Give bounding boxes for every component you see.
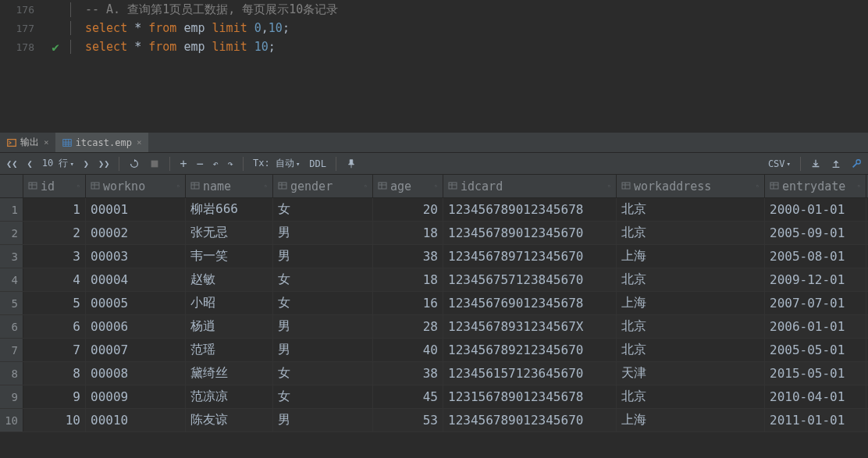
tab-output[interactable]: 输出 × <box>0 133 55 152</box>
cell-name[interactable]: 范瑶 <box>186 339 273 361</box>
cell-idcard[interactable]: 123456757123845670 <box>443 268 617 291</box>
table-row[interactable]: 7700007范瑶男40123456789212345670北京2005-05-… <box>0 339 868 362</box>
cell-workno[interactable]: 00002 <box>86 222 186 244</box>
delete-row-button[interactable]: − <box>194 155 207 172</box>
close-icon[interactable]: × <box>137 137 142 147</box>
cell-name[interactable]: 赵敏 <box>186 268 273 291</box>
cell-age[interactable]: 20 <box>373 198 443 221</box>
cell-age[interactable]: 28 <box>373 315 443 338</box>
cell-id[interactable]: 1 <box>23 198 86 221</box>
cell-workno[interactable]: 00004 <box>86 268 186 291</box>
code-content[interactable]: select * from emp limit 10; <box>70 40 276 54</box>
cell-idcard[interactable]: 123456789012345670 <box>443 409 617 431</box>
table-row[interactable]: 1100001柳岩666女20123456789012345678北京2000-… <box>0 198 868 222</box>
cell-idcard[interactable]: 123456157123645670 <box>443 362 617 385</box>
download-button[interactable] <box>807 157 824 171</box>
cell-entrydate[interactable]: 2005-09-01 <box>765 222 866 244</box>
cell-gender[interactable]: 男 <box>273 315 373 338</box>
cell-entrydate[interactable]: 2006-01-01 <box>765 315 866 338</box>
sort-icon[interactable]: ◦ <box>364 183 368 190</box>
cell-name[interactable]: 柳岩666 <box>186 198 273 221</box>
column-header-entrydate[interactable]: entrydate◦ <box>765 175 866 197</box>
cell-workaddress[interactable]: 上海 <box>617 409 765 431</box>
cell-workno[interactable]: 00010 <box>86 409 186 431</box>
cell-idcard[interactable]: 123456769012345678 <box>443 292 617 314</box>
cell-name[interactable]: 韦一笑 <box>186 245 273 268</box>
cell-workaddress[interactable]: 北京 <box>617 385 765 408</box>
upload-button[interactable] <box>827 157 845 171</box>
cell-entrydate[interactable]: 2000-01-01 <box>765 198 866 221</box>
cell-workno[interactable]: 00001 <box>86 198 186 221</box>
close-icon[interactable]: × <box>44 137 49 147</box>
cell-age[interactable]: 18 <box>373 268 443 291</box>
cell-age[interactable]: 18 <box>373 222 443 244</box>
cell-id[interactable]: 2 <box>23 222 86 244</box>
cell-workaddress[interactable]: 上海 <box>617 292 765 314</box>
ddl-button[interactable]: DDL <box>306 157 329 171</box>
sort-icon[interactable]: ◦ <box>434 183 438 190</box>
cell-gender[interactable]: 女 <box>273 268 373 291</box>
table-row[interactable]: 2200002张无忌男18123456789012345670北京2005-09… <box>0 222 868 245</box>
cell-workaddress[interactable]: 北京 <box>617 222 765 244</box>
table-row[interactable]: 5500005小昭女16123456769012345678上海2007-07-… <box>0 292 868 315</box>
cell-gender[interactable]: 男 <box>273 245 373 268</box>
tx-mode-dropdown[interactable]: Tx: 自动 ▾ <box>250 155 303 172</box>
cell-age[interactable]: 38 <box>373 362 443 385</box>
tab-table[interactable]: itcast.emp × <box>55 133 148 152</box>
cell-gender[interactable]: 女 <box>273 198 373 221</box>
cell-gender[interactable]: 男 <box>273 339 373 361</box>
cell-gender[interactable]: 男 <box>273 222 373 244</box>
column-header-id[interactable]: id◦ <box>23 175 86 197</box>
cell-name[interactable]: 黛绮丝 <box>186 362 273 385</box>
cell-id[interactable]: 3 <box>23 245 86 268</box>
cell-age[interactable]: 45 <box>373 385 443 408</box>
cell-workaddress[interactable]: 天津 <box>617 362 765 385</box>
cell-name[interactable]: 陈友谅 <box>186 409 273 431</box>
table-row[interactable]: 101000010陈友谅男53123456789012345670上海2011-… <box>0 409 868 432</box>
cell-name[interactable]: 杨逍 <box>186 315 273 338</box>
cell-workaddress[interactable]: 北京 <box>617 268 765 291</box>
editor-line[interactable]: 176-- A. 查询第1页员工数据, 每页展示10条记录 <box>0 0 868 19</box>
commit-button[interactable]: ↷ <box>225 157 237 171</box>
cell-name[interactable]: 范凉凉 <box>186 385 273 408</box>
sort-icon[interactable]: ◦ <box>607 183 611 190</box>
last-page-button[interactable]: ❯❯ <box>95 157 112 171</box>
cell-id[interactable]: 9 <box>23 385 86 408</box>
cell-workaddress[interactable]: 上海 <box>617 245 765 268</box>
table-row[interactable]: 9900009范凉凉女45123156789012345678北京2010-04… <box>0 385 868 409</box>
cell-age[interactable]: 16 <box>373 292 443 314</box>
table-row[interactable]: 3300003韦一笑男38123456789712345670上海2005-08… <box>0 245 868 268</box>
cell-entrydate[interactable]: 2010-04-01 <box>765 385 866 408</box>
next-page-button[interactable]: ❯ <box>80 157 92 171</box>
cell-workno[interactable]: 00005 <box>86 292 186 314</box>
cell-idcard[interactable]: 123456789712345670 <box>443 245 617 268</box>
result-grid[interactable]: id◦workno◦name◦gender◦age◦idcard◦workadd… <box>0 175 868 432</box>
cell-entrydate[interactable]: 2007-07-01 <box>765 292 866 314</box>
cell-workno[interactable]: 00009 <box>86 385 186 408</box>
editor-line[interactable]: 178✔select * from emp limit 10; <box>0 37 868 56</box>
cell-id[interactable]: 7 <box>23 339 86 361</box>
cell-workno[interactable]: 00006 <box>86 315 186 338</box>
cell-gender[interactable]: 女 <box>273 385 373 408</box>
table-row[interactable]: 8800008黛绮丝女38123456157123645670天津2015-05… <box>0 362 868 385</box>
cell-entrydate[interactable]: 2005-08-01 <box>765 245 866 268</box>
column-header-workaddress[interactable]: workaddress◦ <box>617 175 765 197</box>
settings-button[interactable] <box>848 157 865 171</box>
cell-workaddress[interactable]: 北京 <box>617 339 765 361</box>
code-content[interactable]: -- A. 查询第1页员工数据, 每页展示10条记录 <box>70 2 338 17</box>
sql-editor[interactable]: 176-- A. 查询第1页员工数据, 每页展示10条记录177select *… <box>0 0 868 133</box>
cell-id[interactable]: 8 <box>23 362 86 385</box>
cell-id[interactable]: 4 <box>23 268 86 291</box>
sort-icon[interactable]: ◦ <box>176 183 180 190</box>
cell-id[interactable]: 6 <box>23 315 86 338</box>
table-row[interactable]: 6600006杨逍男2812345678931234567X北京2006-01-… <box>0 315 868 339</box>
cell-age[interactable]: 53 <box>373 409 443 431</box>
column-header-idcard[interactable]: idcard◦ <box>443 175 617 197</box>
cell-entrydate[interactable]: 2011-01-01 <box>765 409 866 431</box>
cell-id[interactable]: 5 <box>23 292 86 314</box>
cell-gender[interactable]: 女 <box>273 292 373 314</box>
sort-icon[interactable]: ◦ <box>756 183 760 190</box>
code-content[interactable]: select * from emp limit 0,10; <box>70 21 290 35</box>
rows-count-dropdown[interactable]: 10 行 ▾ <box>39 155 77 172</box>
column-header-workno[interactable]: workno◦ <box>86 175 186 197</box>
